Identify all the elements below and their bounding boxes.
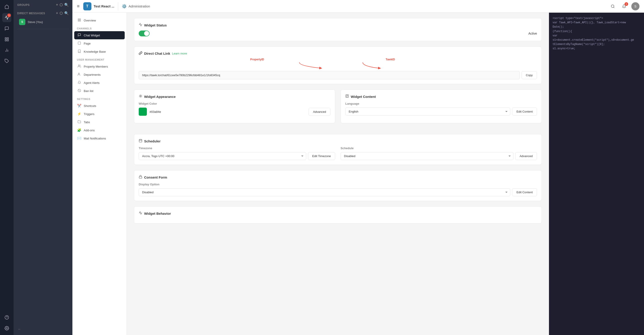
copy-link-button[interactable]: Copy	[522, 71, 537, 79]
language-row: EnglishSpanishFrenchGerman Edit Content	[345, 108, 537, 115]
shortcuts-icon: ✂️	[77, 104, 82, 108]
timezone-select[interactable]: Accra, Togo UTC +00:00	[139, 152, 306, 160]
schedule-advanced-btn[interactable]: Advanced	[515, 152, 537, 160]
svg-rect-17	[78, 42, 80, 44]
svg-point-18	[78, 65, 80, 66]
widget-toggle[interactable]	[139, 30, 150, 36]
language-select[interactable]: EnglishSpanishFrenchGerman	[345, 108, 510, 115]
svg-rect-3	[5, 40, 6, 41]
home-icon-btn[interactable]	[2, 2, 11, 11]
add-group-icon[interactable]: +	[56, 3, 58, 7]
admin-nav: Overview Channels Chat Widget Page	[72, 13, 127, 335]
shortcuts-label: Shortcuts	[84, 104, 96, 108]
widget-behavior-card: Widget Behavior	[134, 206, 542, 224]
bar-chart-icon-btn[interactable]	[2, 46, 11, 55]
appearance-content-row: Widget Appearance Widget Color #03a84e A…	[134, 89, 542, 129]
code-line-7: tElementsByTagName("script")[0];	[552, 42, 640, 46]
nav-item-departments[interactable]: Departments	[72, 70, 126, 79]
search-dm-icon[interactable]: 🔍	[64, 11, 69, 15]
knowledge-base-label: Knowledge Base	[84, 50, 106, 53]
widget-color-label: Widget Color	[139, 102, 330, 105]
svg-line-12	[614, 7, 614, 8]
display-option-row: DisabledEnabled Edit Content	[139, 188, 537, 196]
consent-edit-content-btn[interactable]: Edit Content	[512, 188, 537, 196]
sidebar-item-steve[interactable]: S Steve (You)	[16, 17, 70, 27]
copy-group-icon[interactable]: ⬡	[60, 3, 63, 7]
code-line-8: s1.async=true;	[552, 46, 640, 51]
widget-status-row: Active	[139, 30, 537, 36]
add-ons-icon: 🧩	[77, 128, 82, 132]
ban-list-icon	[77, 89, 82, 93]
svg-rect-27	[139, 139, 142, 142]
nav-item-chat-widget[interactable]: Chat Widget	[74, 31, 125, 39]
search-group-icon[interactable]: 🔍	[64, 3, 69, 7]
scheduler-heading: Scheduler	[139, 139, 537, 143]
tabs-icon	[77, 120, 82, 124]
add-dm-icon[interactable]: +	[56, 11, 58, 15]
nav-item-ban-list[interactable]: Ban list	[72, 87, 126, 95]
page-label: Page	[84, 42, 90, 45]
puzzle-icon-btn[interactable]	[2, 56, 11, 65]
collapse-sidebar-btn[interactable]: ←	[16, 325, 24, 333]
code-line-3: Date();	[552, 25, 640, 29]
svg-point-22	[140, 96, 141, 96]
chat-icon-btn[interactable]	[2, 24, 11, 33]
steve-name: Steve (You)	[28, 20, 43, 24]
pulse-icon-btn[interactable]: 1	[2, 13, 11, 22]
appearance-icon	[139, 94, 142, 99]
nav-item-property-members[interactable]: Property Members	[72, 62, 126, 70]
widget-behavior-icon	[139, 211, 142, 216]
svg-rect-16	[78, 20, 79, 21]
topbar: ≡ T Test React ... ⚙️ Administration 8	[72, 0, 644, 13]
nav-item-agent-alerts[interactable]: Agent Alerts	[72, 79, 126, 87]
icon-bar: 1	[0, 0, 14, 335]
nav-item-page[interactable]: Page	[72, 39, 126, 47]
notification-btn[interactable]: 8	[620, 2, 628, 10]
schedule-col: Schedule DisabledEnabled Advanced	[340, 146, 537, 160]
settings-section: Settings	[72, 95, 126, 102]
admin-label: Administration	[128, 4, 150, 8]
sidebar: Overview Groups + ⬡ 🔍 Direct Messages + …	[14, 0, 72, 335]
direct-link-input[interactable]	[139, 71, 520, 79]
nav-item-add-ons[interactable]: 🧩 Add-ons	[72, 126, 126, 134]
display-option-select[interactable]: DisabledEnabled	[139, 188, 510, 196]
schedule-select[interactable]: DisabledEnabled	[340, 152, 514, 160]
help-icon-btn[interactable]	[2, 313, 11, 322]
nav-item-mail-notifications[interactable]: ✉️ Mail Notifications	[72, 134, 126, 142]
search-btn[interactable]	[609, 2, 617, 10]
widget-behavior-heading: Widget Behavior	[139, 211, 537, 216]
nav-item-shortcuts[interactable]: ✂️ Shortcuts	[72, 102, 126, 110]
nav-item-knowledge-base[interactable]: Knowledge Base	[72, 47, 126, 56]
channels-section: Channels	[72, 24, 126, 31]
color-swatch[interactable]	[139, 108, 147, 116]
svg-point-19	[78, 73, 80, 74]
settings-icon-btn[interactable]	[2, 324, 11, 333]
user-avatar[interactable]: S	[631, 2, 640, 10]
widget-status-text: Active	[528, 32, 537, 35]
brand-name: Test React ...	[94, 4, 114, 8]
edit-content-btn[interactable]: Edit Content	[512, 108, 537, 115]
widget-content-heading: Widget Content	[345, 94, 537, 99]
copy-dm-icon[interactable]: ⬡	[60, 11, 63, 15]
knowledge-base-icon	[77, 49, 82, 53]
nav-item-triggers[interactable]: ⚡ Triggers	[72, 110, 126, 118]
topbar-brand: T Test React ...	[83, 2, 118, 10]
edit-timezone-btn[interactable]: Edit Timezone	[308, 152, 335, 160]
sidebar-divider	[17, 29, 69, 29]
direct-chat-link-header: Direct Chat Link Learn more	[139, 51, 537, 56]
learn-more-link[interactable]: Learn more	[172, 52, 187, 55]
nav-item-overview[interactable]: Overview	[72, 16, 126, 24]
menu-icon[interactable]: ≡	[77, 3, 80, 9]
svg-rect-31	[139, 177, 142, 178]
appearance-advanced-btn[interactable]: Advanced	[309, 108, 330, 116]
schedule-row: DisabledEnabled Advanced	[340, 152, 537, 160]
notif-count: 8	[624, 2, 628, 6]
groups-label: Groups	[17, 3, 30, 6]
nav-item-tabs[interactable]: Tabs	[72, 118, 126, 126]
scheduler-title: Scheduler	[144, 139, 161, 143]
property-members-label: Property Members	[84, 65, 108, 68]
arrow-area: PropertyID TawkID	[139, 58, 537, 69]
svg-rect-14	[80, 19, 80, 20]
grid-icon-btn[interactable]	[2, 35, 11, 44]
svg-rect-13	[78, 19, 79, 20]
